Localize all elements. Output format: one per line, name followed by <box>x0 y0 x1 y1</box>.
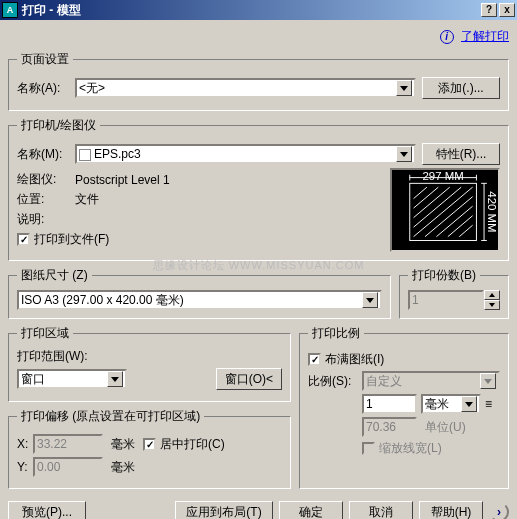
spin-up-icon[interactable] <box>484 290 500 300</box>
papersize-legend: 图纸尺寸 (Z) <box>17 267 92 284</box>
cancel-button[interactable]: 取消 <box>349 501 413 519</box>
fit-checkbox[interactable]: ✓布满图纸(I) <box>308 351 384 368</box>
scale-lineweights-checkbox: 缩放线宽(L) <box>362 440 442 457</box>
dropdown-icon <box>362 292 378 308</box>
plot-what-combo[interactable]: 窗口 <box>17 369 127 389</box>
spin-down-icon[interactable] <box>484 300 500 310</box>
setup-name-combo[interactable]: <无> <box>75 78 416 98</box>
button-bar: 预览(P)... 应用到布局(T) 确定 取消 帮助(H) › <box>8 495 509 519</box>
svg-line-5 <box>414 187 427 198</box>
close-button[interactable]: x <box>499 3 515 17</box>
copies-spinner[interactable]: 1 <box>408 290 500 310</box>
where-value: 文件 <box>75 191 99 208</box>
add-button[interactable]: 添加(.)... <box>422 77 500 99</box>
window-title: 打印 - 模型 <box>22 2 479 19</box>
y-unit: 毫米 <box>111 459 135 476</box>
svg-text:420 MM: 420 MM <box>486 191 498 232</box>
y-label: Y: <box>17 460 33 474</box>
plotter-label: 绘图仪: <box>17 171 75 188</box>
scale-num-input[interactable]: 1 <box>362 394 417 414</box>
titlebar: A 打印 - 模型 ? x <box>0 0 517 20</box>
svg-text:297 MM: 297 MM <box>422 170 463 182</box>
preview-button[interactable]: 预览(P)... <box>8 501 86 519</box>
plot-offset-group: 打印偏移 (原点设置在可打印区域) X: 33.22 毫米 ✓居中打印(C) Y… <box>8 408 291 489</box>
plot-area-group: 打印区域 打印范围(W): 窗口 窗口(O)< <box>8 325 291 402</box>
copies-group: 打印份数(B) 1 <box>399 267 509 319</box>
svg-line-7 <box>436 206 472 236</box>
x-label: X: <box>17 437 33 451</box>
plot-scale-legend: 打印比例 <box>308 325 364 342</box>
dropdown-icon <box>480 373 496 389</box>
papersize-combo[interactable]: ISO A3 (297.00 x 420.00 毫米) <box>17 290 382 310</box>
help-button[interactable]: ? <box>481 3 497 17</box>
center-checkbox[interactable]: ✓居中打印(C) <box>143 436 225 453</box>
learn-link[interactable]: 了解打印 <box>461 29 509 43</box>
properties-button[interactable]: 特性(R)... <box>422 143 500 165</box>
window-button[interactable]: 窗口(O)< <box>216 368 282 390</box>
plot-scale-group: 打印比例 ✓布满图纸(I) 比例(S): 自定义 1 毫米 ≡ 70.36 单位… <box>299 325 509 489</box>
plot-area-legend: 打印区域 <box>17 325 73 342</box>
equals-icon: ≡ <box>485 397 492 411</box>
plot-to-file-checkbox[interactable]: ✓打印到文件(F) <box>17 231 109 248</box>
setup-name-label: 名称(A): <box>17 80 75 97</box>
dropdown-icon <box>107 371 123 387</box>
x-unit: 毫米 <box>111 436 135 453</box>
printer-name-label: 名称(M): <box>17 146 75 163</box>
printer-name-combo[interactable]: EPS.pc3 <box>75 144 416 164</box>
plotter-value: Postscript Level 1 <box>75 173 170 187</box>
plot-what-label: 打印范围(W): <box>17 348 282 365</box>
ok-button[interactable]: 确定 <box>279 501 343 519</box>
papersize-group: 图纸尺寸 (Z) ISO A3 (297.00 x 420.00 毫米) <box>8 267 391 319</box>
svg-line-2 <box>414 187 462 227</box>
expand-icon[interactable]: › <box>489 502 509 519</box>
svg-line-4 <box>414 187 439 208</box>
printer-legend: 打印机/绘图仪 <box>17 117 100 134</box>
help-button[interactable]: 帮助(H) <box>419 501 483 519</box>
scale-den-unit: 单位(U) <box>425 419 466 436</box>
app-icon: A <box>2 2 18 18</box>
apply-button[interactable]: 应用到布局(T) <box>175 501 273 519</box>
desc-label: 说明: <box>17 211 75 228</box>
dropdown-icon <box>396 80 412 96</box>
info-icon: i <box>440 30 454 44</box>
svg-line-8 <box>448 216 473 237</box>
svg-line-6 <box>425 197 473 237</box>
dropdown-icon <box>461 396 477 412</box>
scale-unit-combo[interactable]: 毫米 <box>421 394 481 414</box>
scale-label: 比例(S): <box>308 373 362 390</box>
printer-group: 打印机/绘图仪 名称(M): EPS.pc3 特性(R)... 绘图仪:Post… <box>8 117 509 261</box>
page-setup-group: 页面设置 名称(A): <无> 添加(.)... <box>8 51 509 111</box>
scale-den-input: 70.36 <box>362 417 417 437</box>
scale-combo: 自定义 <box>362 371 500 391</box>
page-setup-legend: 页面设置 <box>17 51 73 68</box>
y-input: 0.00 <box>33 457 103 477</box>
paper-preview: 297 MM 420 MM <box>390 168 500 252</box>
svg-line-1 <box>414 187 473 237</box>
dropdown-icon <box>396 146 412 162</box>
plot-offset-legend: 打印偏移 (原点设置在可打印区域) <box>17 408 204 425</box>
svg-line-9 <box>459 225 472 236</box>
svg-line-3 <box>414 187 450 217</box>
info-row: i 了解打印 <box>8 26 509 51</box>
x-input: 33.22 <box>33 434 103 454</box>
where-label: 位置: <box>17 191 75 208</box>
copies-legend: 打印份数(B) <box>408 267 480 284</box>
